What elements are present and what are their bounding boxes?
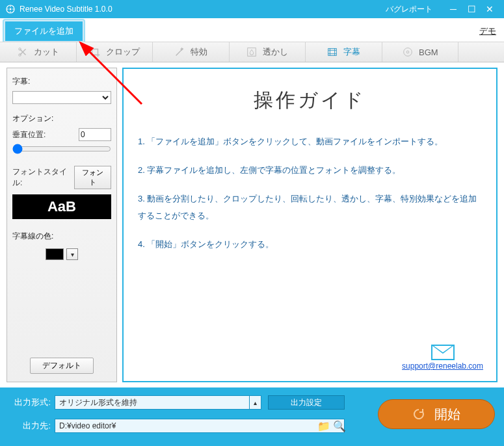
tab-label: クロップ xyxy=(106,46,140,58)
maximize-button[interactable]: ☐ xyxy=(462,3,481,16)
topbar: ファイルを追加 デモ xyxy=(0,18,504,42)
disc-icon xyxy=(402,46,414,58)
subtitle-section-label: 字幕: xyxy=(12,76,111,87)
line-color-dropdown[interactable]: ▾ xyxy=(66,248,78,260)
vertical-position-input[interactable] xyxy=(79,128,111,141)
svg-rect-5 xyxy=(328,49,337,56)
svg-point-7 xyxy=(406,51,409,53)
tab-label: 特効 xyxy=(191,46,207,58)
svg-point-6 xyxy=(404,48,412,57)
svg-point-1 xyxy=(10,8,12,10)
close-button[interactable]: ✕ xyxy=(481,3,499,16)
output-format-input[interactable] xyxy=(55,395,250,410)
workarea: 字幕: オプション: 垂直位置: フォントスタイル: フォント AaB 字幕線の… xyxy=(0,62,504,387)
line-color-label: 字幕線の色: xyxy=(12,231,111,242)
option-section-label: オプション: xyxy=(12,113,111,124)
tab-watermark[interactable]: 透かし xyxy=(230,42,306,62)
line-color-swatch[interactable] xyxy=(46,248,64,260)
start-button-label: 開始 xyxy=(434,406,460,423)
tab-crop[interactable]: クロップ xyxy=(77,42,153,62)
font-preview: AaB xyxy=(12,194,111,219)
tab-label: カット xyxy=(34,46,59,58)
add-file-button[interactable]: ファイルを追加 xyxy=(4,20,84,42)
output-format-dropdown[interactable]: ▴ xyxy=(250,395,261,410)
output-format-label: 出力形式: xyxy=(9,397,55,408)
output-settings-button[interactable]: 出力設定 xyxy=(268,395,345,410)
search-icon[interactable]: 🔍 xyxy=(333,420,346,432)
tab-label: BGM xyxy=(419,47,438,57)
output-dest-input[interactable] xyxy=(55,419,345,433)
start-button[interactable]: 開始 xyxy=(378,399,495,429)
tab-label: 字幕 xyxy=(343,46,360,58)
output-dest-label: 出力先: xyxy=(9,420,55,432)
guide-item: 2. 字幕ファイルを追加し、左側で字幕の位置とフォントを調整する。 xyxy=(138,162,482,179)
support-block: support@reneelab.com xyxy=(402,345,483,371)
browse-folder-icon[interactable]: 📁 xyxy=(317,420,330,432)
app-window: Renee Video Subtitle 1.0.0 バグレポート ─ ☐ ✕ … xyxy=(0,0,504,446)
tab-bgm[interactable]: BGM xyxy=(382,42,459,62)
minimize-button[interactable]: ─ xyxy=(444,3,462,16)
tab-effect[interactable]: 特効 xyxy=(153,42,230,62)
tab-label: 透かし xyxy=(263,46,288,58)
vertical-position-label: 垂直位置: xyxy=(12,129,46,140)
default-button[interactable]: デフォルト xyxy=(30,358,94,374)
titlebar: Renee Video Subtitle 1.0.0 バグレポート ─ ☐ ✕ xyxy=(0,0,504,18)
mail-icon xyxy=(431,345,455,360)
tab-cut[interactable]: カット xyxy=(0,42,77,62)
subtitle-side-panel: 字幕: オプション: 垂直位置: フォントスタイル: フォント AaB 字幕線の… xyxy=(7,68,117,382)
guide-item: 1. 「ファイルを追加」ボタンをクリックして、動画ファイルをインポートする。 xyxy=(138,133,482,150)
app-title: Renee Video Subtitle 1.0.0 xyxy=(20,5,113,14)
film-icon xyxy=(326,46,338,58)
bugreport-link[interactable]: バグレポート xyxy=(386,4,432,15)
bottombar: 出力形式: ▴ 出力設定 出力先: 📁 🔍 開始 xyxy=(0,387,504,446)
support-email-link[interactable]: support@reneelab.com xyxy=(402,361,483,371)
wand-icon xyxy=(174,46,185,58)
guide-item: 4. 「開始」ボタンをクリックする。 xyxy=(138,236,482,253)
tab-spacer xyxy=(458,42,504,62)
drop-icon xyxy=(246,46,258,58)
font-button[interactable]: フォント xyxy=(74,166,111,189)
main-view: 操作ガイド 1. 「ファイルを追加」ボタンをクリックして、動画ファイルをインポー… xyxy=(122,68,497,382)
crop-icon xyxy=(89,46,101,58)
app-icon xyxy=(5,4,16,14)
fontstyle-label: フォントスタイル: xyxy=(12,166,70,189)
vertical-position-slider[interactable] xyxy=(12,144,111,154)
tab-strip: カット クロップ 特効 透かし 字幕 BGM xyxy=(0,42,504,62)
tab-subtitle[interactable]: 字幕 xyxy=(306,42,382,62)
demo-link[interactable]: デモ xyxy=(479,25,496,37)
guide-title: 操作ガイド xyxy=(138,87,482,114)
scissors-icon xyxy=(17,46,29,58)
refresh-icon xyxy=(412,408,425,421)
subtitle-select[interactable] xyxy=(12,91,111,104)
guide-item: 3. 動画を分割したり、クロップしたり、回転したり、透かし、字幕、特別効果などを… xyxy=(138,190,482,224)
guide-list: 1. 「ファイルを追加」ボタンをクリックして、動画ファイルをインポートする。 2… xyxy=(138,133,482,265)
